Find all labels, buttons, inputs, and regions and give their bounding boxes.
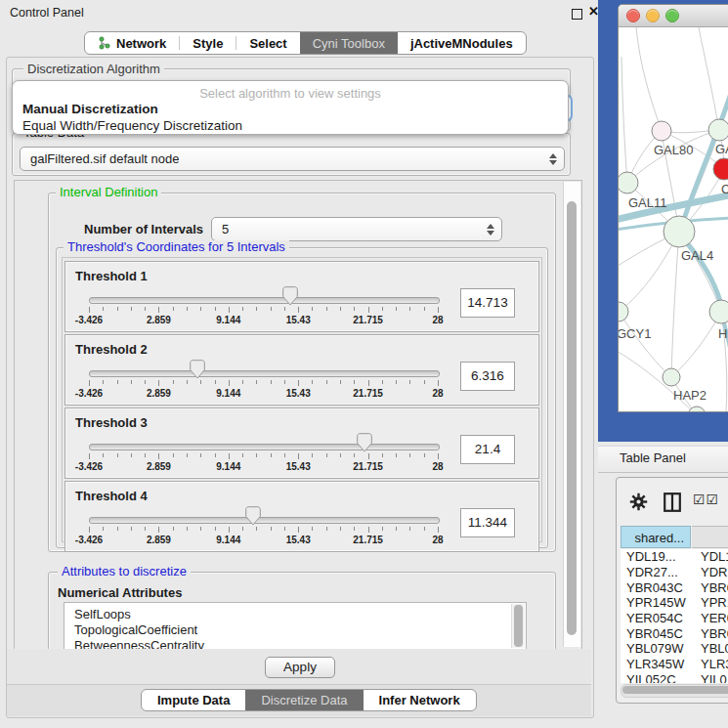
split-view-icon[interactable]	[664, 492, 681, 512]
network-node-h[interactable]	[709, 300, 728, 323]
table-row[interactable]: YPR145WYPR1	[621, 595, 728, 611]
threshold-4-box: Threshold 4-3.4262.8599.14415.4321.71528…	[64, 481, 539, 552]
cell-name[interactable]: YDL1	[691, 549, 728, 564]
float-window-icon[interactable]	[572, 9, 582, 20]
table-data-combobox[interactable]: galFiltered.sif default node	[20, 147, 565, 171]
slider-tick	[89, 527, 90, 533]
threshold-1-slider-thumb[interactable]	[282, 286, 298, 306]
dropdown-item-equal-width-frequency[interactable]: Equal Width/Frequency Discretization	[17, 117, 572, 134]
slider-tick	[215, 380, 216, 384]
attribute-item-selfloops[interactable]: SelfLoops	[74, 607, 131, 622]
cell-name[interactable]: YDR2	[691, 565, 728, 579]
tab-style[interactable]: Style	[180, 32, 236, 54]
minimize-traffic-light-icon[interactable]	[646, 9, 660, 22]
threshold-2-slider-thumb[interactable]	[190, 360, 205, 379]
tab-cyni-toolbox[interactable]: Cyni Toolbox	[300, 32, 398, 54]
cell-shared-name[interactable]: YLR345W	[621, 657, 691, 671]
slider-tick	[187, 307, 188, 311]
column-header-shared-name[interactable]: shared...	[621, 526, 691, 548]
cell-shared-name[interactable]: YBR045C	[621, 626, 691, 641]
attributes-scrollbar-thumb[interactable]	[514, 605, 523, 647]
threshold-1-slider-track[interactable]	[89, 297, 440, 304]
table-row[interactable]: YDL19...YDL1	[621, 549, 728, 565]
cell-shared-name[interactable]: YIL052C	[621, 672, 691, 683]
table-row[interactable]: YDR27...YDR2	[621, 565, 728, 580]
slider-tick-label: 9.144	[199, 535, 258, 545]
tab-jactivemnodules[interactable]: jActiveMNodules	[398, 32, 526, 54]
slider-tick	[438, 307, 439, 313]
threshold-2-box: Threshold 2-3.4262.8599.14415.4321.71528…	[64, 334, 539, 406]
cell-shared-name[interactable]: YPR145W	[621, 595, 691, 610]
numerical-attributes-list[interactable]: SelfLoopsTopologicalCoefficientBetweenne…	[64, 602, 527, 650]
cell-name[interactable]: YIL0	[691, 672, 727, 683]
zoom-traffic-light-icon[interactable]	[665, 9, 679, 22]
network-node-gal4[interactable]	[664, 216, 695, 247]
network-canvas[interactable]: GAL80GACGAL11GAL4GCY1HHAP2	[619, 27, 728, 411]
threshold-4-value-field[interactable]: 11.344	[460, 508, 515, 537]
network-node-ga[interactable]	[708, 119, 728, 141]
checkbox-icons[interactable]: ☑☑	[693, 492, 719, 507]
table-row[interactable]: YER054CYER0	[621, 611, 728, 626]
gear-icon[interactable]	[629, 492, 648, 511]
threshold-2-slider-track[interactable]	[89, 370, 440, 377]
slider-tick	[173, 380, 174, 384]
horizontal-scrollbar-thumb[interactable]	[622, 686, 728, 694]
threshold-3-slider-thumb[interactable]	[357, 433, 372, 452]
slider-tick	[103, 380, 104, 384]
tab-network[interactable]: Network	[85, 32, 179, 54]
threshold-3-value-field[interactable]: 21.4	[460, 435, 515, 464]
slider-tick	[131, 527, 132, 531]
cell-name[interactable]: YPR1	[691, 595, 728, 610]
attribute-item-topologicalcoefficient[interactable]: TopologicalCoefficient	[74, 622, 197, 638]
slider-tick	[424, 453, 425, 457]
threshold-2-value-field[interactable]: 6.316	[460, 362, 515, 391]
cell-shared-name[interactable]: YBL079W	[621, 641, 691, 656]
cell-shared-name[interactable]: YBR043C	[621, 580, 691, 595]
horizontal-scrollbar[interactable]	[621, 684, 728, 698]
attributes-scrollbar[interactable]	[511, 604, 525, 648]
slider-tick	[312, 453, 313, 457]
table-row[interactable]: YBR045CYBR0	[621, 625, 728, 641]
slider-tick-label: -3.426	[60, 535, 118, 545]
bottom-tab-infer-network[interactable]: Infer Network	[364, 690, 476, 710]
threshold-4-slider-track[interactable]	[89, 517, 440, 524]
column-header-name[interactable]: na	[692, 526, 728, 548]
threshold-4-slider-thumb[interactable]	[245, 506, 261, 526]
slider-tick	[145, 527, 146, 531]
table-row[interactable]: YLR345WYLR3	[621, 657, 728, 672]
attributes-group-title: Attributes to discretize	[58, 565, 191, 578]
cell-shared-name[interactable]: YER054C	[621, 611, 691, 625]
number-of-intervals-combobox[interactable]: 5	[211, 217, 502, 241]
network-window-titlebar[interactable]	[619, 5, 728, 27]
cell-name[interactable]: YBR0	[691, 626, 728, 641]
network-node-gal11[interactable]	[619, 172, 638, 193]
bottom-tab-impute-data[interactable]: Impute Data	[142, 690, 245, 710]
slider-tick	[103, 307, 104, 311]
cell-shared-name[interactable]: YDR27...	[621, 565, 691, 579]
network-node-hap2[interactable]	[663, 368, 680, 386]
table-row[interactable]: YIL052CYIL0	[621, 672, 728, 684]
cell-name[interactable]: YBL0	[691, 641, 728, 656]
slider-tick	[229, 380, 230, 386]
tab-select[interactable]: Select	[236, 32, 299, 54]
table-row[interactable]: YBR043CYBR0	[621, 579, 728, 595]
algorithm-dropdown-popup: Select algorithm to view settings Manual…	[12, 80, 569, 135]
dropdown-item-manual-discretization[interactable]: Manual Discretization	[17, 101, 572, 117]
thresholds-scroll-pane: Threshold 1-3.4262.8599.14415.4321.71528…	[62, 257, 542, 542]
table-row[interactable]: YBL079WYBL0	[621, 641, 728, 657]
cell-name[interactable]: YLR3	[691, 657, 728, 671]
vertical-scrollbar-thumb[interactable]	[567, 201, 577, 635]
network-node-gal80[interactable]	[652, 121, 671, 141]
threshold-1-value-field[interactable]: 14.713	[460, 288, 515, 318]
cell-name[interactable]: YER0	[691, 611, 728, 625]
apply-button[interactable]: Apply	[265, 657, 335, 678]
threshold-3-slider-track[interactable]	[89, 444, 440, 450]
cell-shared-name[interactable]: YDL19...	[621, 549, 691, 564]
vertical-scrollbar[interactable]	[563, 182, 580, 647]
bottom-tab-discretize-data[interactable]: Discretize Data	[245, 690, 363, 710]
slider-tick	[424, 307, 425, 311]
close-traffic-light-icon[interactable]	[626, 9, 640, 22]
cell-name[interactable]: YBR0	[691, 580, 728, 595]
slider-tick	[215, 307, 216, 311]
network-node-label: GAL4	[681, 248, 713, 263]
